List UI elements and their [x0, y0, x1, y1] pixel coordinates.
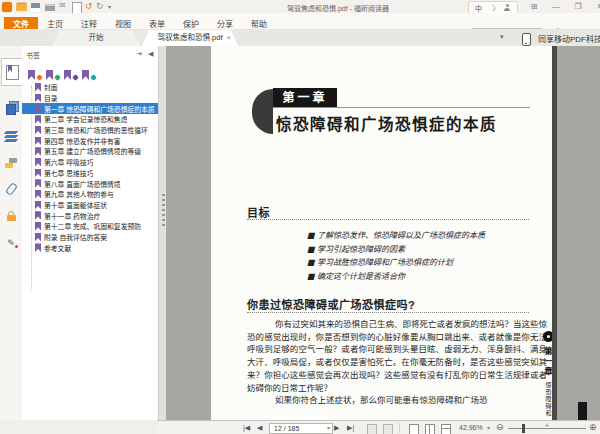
bookmark-ribbon-icon: [35, 83, 41, 92]
bookmark-item[interactable]: 第十章 直面躯体症状: [22, 200, 158, 211]
restore-button[interactable]: ❐: [570, 1, 586, 12]
undo-icon[interactable]: ↺: [85, 1, 93, 11]
layers-icon[interactable]: [2, 125, 20, 147]
tab-document-label: 驾驭焦虑和恐惧.pdf: [157, 33, 222, 42]
tab-start[interactable]: 开始: [52, 30, 140, 46]
dock-panel-icon[interactable]: ⇥: [136, 49, 142, 58]
bookmark-ribbon-icon: [35, 179, 41, 188]
new-bookmark-button[interactable]: [28, 66, 42, 80]
goto-bookmark-button[interactable]: [64, 66, 78, 80]
minimize-button[interactable]: —: [548, 1, 564, 12]
document-tab-bar: 开始 驾驭焦虑和恐惧.pdf × ▾ 同享移动PDF科技: [0, 29, 600, 47]
bookmarks-panel-icon[interactable]: [1, 58, 23, 86]
bookmark-settings-button[interactable]: [82, 66, 96, 80]
zoom-in-icon[interactable]: ⊕: [589, 422, 597, 432]
previous-page-button[interactable]: ◀: [257, 423, 262, 433]
facing-page-view-icon[interactable]: [425, 424, 435, 434]
single-page-view-icon[interactable]: [409, 424, 419, 434]
window-title: 驾驭焦虑和恐惧.pdf - 福昕阅读器: [287, 3, 389, 13]
bookmark-item[interactable]: 第五章 建立广场恐惧情境的等级: [22, 146, 158, 157]
expand-bookmark-button[interactable]: [46, 66, 60, 80]
signature-pen-icon[interactable]: ✎: [2, 232, 20, 254]
account-icon[interactable]: [503, 4, 511, 12]
bookmark-item[interactable]: 第六章 呼吸技巧: [22, 157, 158, 168]
layout-grid-icon[interactable]: ⊞: [526, 1, 542, 12]
collapse-ribbon-icon[interactable]: ▾: [500, 33, 504, 41]
body-text: 你有过突如其来的恐惧自己生病、即将死亡或者发疯的想法吗？当这些惊恐的感觉出现时，…: [247, 318, 547, 407]
bookmark-item[interactable]: 第四章 惊恐发作并非有害: [22, 135, 158, 146]
bookmark-item[interactable]: 第三章 惊恐和广场恐惧的恶性循环: [22, 125, 158, 136]
bookmark-label: 第六章 呼吸技巧: [44, 157, 93, 167]
bookmark-label: 第四章 惊恐发作并非有害: [44, 136, 121, 146]
scrollbar-thumb[interactable]: [578, 402, 587, 420]
bookmark-item[interactable]: 第七章 思维技巧: [22, 168, 158, 179]
bookmark-item[interactable]: 封面: [22, 82, 158, 93]
bookmark-item[interactable]: 第二章 学会记录惊恐和焦虑: [22, 114, 158, 125]
page-separator: /: [284, 425, 286, 432]
bookmark-item[interactable]: 第八章 直面广场恐惧情境: [22, 178, 158, 189]
page-number-box[interactable]: 12 / 185 ▾: [269, 423, 333, 434]
open-folder-icon[interactable]: [16, 4, 27, 11]
bookmark-item[interactable]: 第一章 惊恐障碍和广场恐惧症的本质: [22, 103, 158, 114]
bookmark-label: 附录 自我评估的答案: [44, 232, 107, 242]
splitter-grip[interactable]: [162, 194, 165, 226]
bookmark-label: 目录: [44, 93, 58, 103]
continuous-view-icon[interactable]: [441, 424, 451, 434]
bookmark-label: 第三章 惊恐和广场恐惧的恶性循环: [44, 125, 148, 135]
save-icon[interactable]: [31, 3, 40, 12]
collapse-panel-icon[interactable]: ◀: [148, 49, 153, 58]
bookmark-item[interactable]: 第九章 其他人物的参与: [22, 189, 158, 200]
zoom-out-icon[interactable]: ⊖: [496, 422, 504, 432]
page-shadow: [552, 46, 557, 420]
body-paragraph-2: 如果你符合上述症状，那么你可能患有惊恐障碍和广场恐: [247, 394, 547, 407]
bookmark-ribbon-icon: [35, 104, 41, 113]
statusbar-separator: [399, 423, 400, 433]
bookmark-item[interactable]: 目录: [22, 93, 158, 104]
status-bar: |◀ ◀ 12 / 185 ▾ ▶ ▶| 42.96% ▾ ⊖ + ⊕: [157, 420, 600, 434]
next-page-button[interactable]: ▶: [334, 423, 339, 433]
email-icon[interactable]: ✉: [59, 1, 66, 10]
security-lock-icon[interactable]: [2, 204, 20, 226]
close-button[interactable]: ✕: [592, 1, 600, 12]
bookmark-item[interactable]: 附录 自我评估的答案: [22, 232, 158, 243]
document-view-area: 第一章 惊恐障碍和广场恐惧症的本质 目标 ■ 了解惊恐发作、惊恐障碍以及广场恐惧…: [166, 46, 600, 420]
night-mode-moon-icon[interactable]: ☽: [489, 4, 496, 13]
bookmark-item[interactable]: 第十二章 完成、巩固和复发预防: [22, 221, 158, 232]
print-icon[interactable]: [45, 4, 55, 11]
zoom-percent[interactable]: 42.96%: [459, 423, 483, 433]
current-page: 12: [274, 425, 282, 432]
zoom-dropdown-icon[interactable]: ▾: [487, 423, 490, 433]
tab-close-icon[interactable]: ×: [226, 30, 231, 46]
bookmark-label: 第八章 直面广场恐惧情境: [44, 179, 121, 189]
page-thumbnails-icon[interactable]: [2, 96, 20, 118]
zoom-slider-thumb[interactable]: [522, 424, 525, 433]
comments-icon[interactable]: [2, 152, 20, 174]
language-icon[interactable]: 中: [475, 3, 482, 13]
quick-access-dropdown-icon[interactable]: ▾: [108, 3, 111, 10]
pdf-page: 第一章 惊恐障碍和广场恐惧症的本质 目标 ■ 了解惊恐发作、惊恐障碍以及广场恐惧…: [211, 46, 552, 420]
attachments-paperclip-icon[interactable]: [2, 178, 20, 200]
ribbon-menu-bar: 文件主页注释视图表单保护分享帮助 ⚙ ▾ ◁ ▷: [0, 13, 600, 29]
bookmark-item[interactable]: 第十一章 药物治疗: [22, 210, 158, 221]
side-tab-title: 惊恐障碍和: [544, 382, 552, 417]
redo-icon[interactable]: ↻: [96, 1, 104, 11]
bookmark-ribbon-icon: [35, 126, 41, 135]
bookmarks-panel-title: 书签: [26, 50, 40, 60]
title-bar: ✉ ↺ ↻ ▾ 驾驭焦虑和恐惧.pdf - 福昕阅读器 中 ☽ ⊞ — ❐ ✕: [0, 0, 600, 13]
bookmarks-panel-header: 书签 ⇥ ◀: [22, 46, 158, 61]
page-dropdown-icon[interactable]: ▾: [327, 424, 330, 433]
side-tab-dot: [543, 331, 552, 342]
last-page-button[interactable]: ▶|: [347, 423, 354, 433]
promo-label[interactable]: 同享移动PDF科技: [538, 33, 600, 44]
tab-document-active[interactable]: 驾驭焦虑和恐惧.pdf ×: [142, 30, 238, 46]
section-dotted-rule: [247, 312, 529, 313]
bookmark-label: 第五章 建立广场恐惧情境的等级: [44, 146, 141, 156]
bookmark-ribbon-icon: [35, 137, 41, 146]
snapshot-icon[interactable]: [367, 424, 377, 434]
bookmark-item[interactable]: 参考文献: [22, 242, 158, 253]
first-page-button[interactable]: |◀: [243, 423, 250, 433]
bookmark-label: 第十一章 药物治疗: [44, 211, 100, 221]
side-tab-chapter: 第一章: [542, 347, 552, 377]
clipboard-icon[interactable]: [383, 424, 393, 434]
bookmark-label: 参考文献: [44, 243, 71, 253]
